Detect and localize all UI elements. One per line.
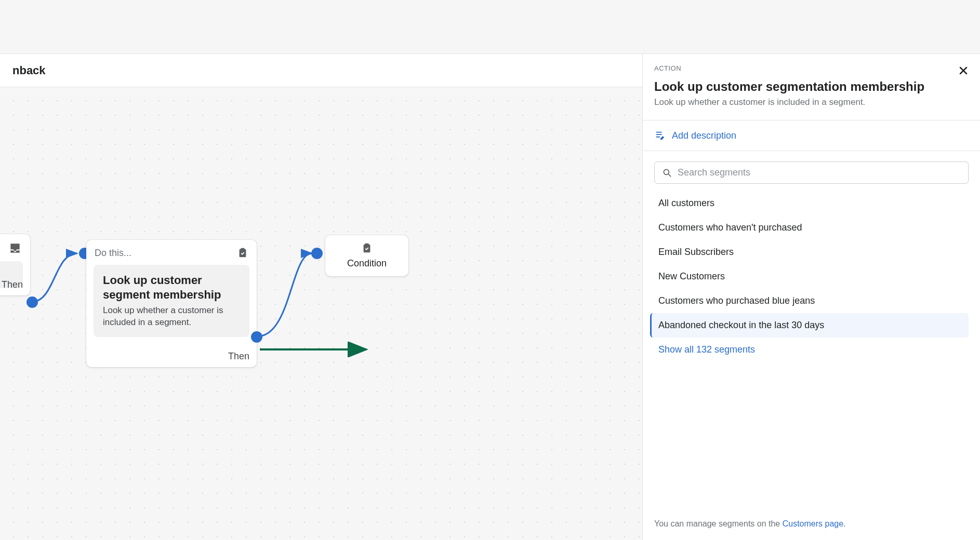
action-then-port[interactable] bbox=[251, 331, 262, 343]
action-config-panel: ACTION Look up customer segmentation mem… bbox=[642, 54, 980, 540]
app-topbar bbox=[0, 0, 980, 54]
add-description-link[interactable]: Add description bbox=[672, 130, 736, 141]
footer-text: You can manage segments on the bbox=[654, 519, 783, 528]
workflow-title: nback bbox=[12, 64, 46, 77]
panel-footer: You can manage segments on the Customers… bbox=[643, 508, 980, 540]
customers-page-link[interactable]: Customers page. bbox=[783, 519, 846, 528]
segment-list: All customers Customers who haven't purc… bbox=[654, 191, 969, 355]
action-node-body: Look up customer segment membership Look… bbox=[94, 265, 249, 337]
panel-header: ACTION Look up customer segmentation mem… bbox=[643, 54, 980, 120]
action-node-label: Do this... bbox=[95, 248, 131, 259]
segment-search-input[interactable] bbox=[678, 167, 961, 178]
clipboard-check-icon bbox=[237, 247, 248, 259]
panel-body: All customers Customers who haven't purc… bbox=[643, 151, 980, 508]
show-all-segments-link[interactable]: Show all 132 segments bbox=[654, 338, 969, 355]
svg-rect-2 bbox=[364, 245, 370, 253]
note-icon bbox=[654, 130, 666, 141]
condition-node[interactable]: Condition bbox=[325, 235, 408, 276]
action-node-title: Look up customer segment membership bbox=[103, 273, 240, 302]
svg-rect-0 bbox=[240, 249, 246, 258]
segment-item-selected[interactable]: Abandoned checkout in the last 30 days bbox=[650, 313, 969, 338]
action-node-desc: Look up whether a customer is included i… bbox=[103, 305, 240, 329]
panel-eyebrow: ACTION bbox=[654, 64, 969, 72]
condition-label: Condition bbox=[347, 258, 387, 269]
svg-point-5 bbox=[664, 169, 669, 174]
segment-search-box[interactable] bbox=[654, 161, 969, 184]
action-node[interactable]: Do this... Look up customer segment memb… bbox=[86, 240, 257, 367]
add-description-row[interactable]: Add description bbox=[643, 120, 980, 151]
segment-item[interactable]: Customers who purchased blue jeans bbox=[654, 289, 969, 313]
trigger-node[interactable]: Then bbox=[0, 234, 30, 295]
clipboard-check-icon bbox=[361, 242, 373, 254]
svg-line-6 bbox=[669, 174, 671, 176]
segment-item[interactable]: All customers bbox=[654, 191, 969, 215]
segment-item[interactable]: New Customers bbox=[654, 264, 969, 289]
panel-title: Look up customer segmentation membership bbox=[654, 79, 969, 94]
trigger-then-label: Then bbox=[2, 279, 23, 290]
panel-subtitle: Look up whether a customer is included i… bbox=[654, 97, 969, 107]
close-panel-button[interactable] bbox=[956, 63, 971, 78]
trigger-then-port[interactable] bbox=[27, 296, 38, 308]
segment-item[interactable]: Email Subscribers bbox=[654, 240, 969, 264]
action-then-label: Then bbox=[228, 351, 249, 362]
segment-item[interactable]: Customers who haven't purchased bbox=[654, 215, 969, 240]
svg-rect-1 bbox=[241, 248, 244, 250]
search-icon bbox=[662, 168, 672, 178]
close-icon bbox=[958, 65, 969, 76]
inbox-icon bbox=[8, 241, 22, 255]
svg-rect-3 bbox=[365, 244, 368, 246]
annotation-arrow bbox=[260, 342, 374, 357]
workflow-canvas[interactable]: Then Do this... Look up customer segment… bbox=[0, 87, 710, 540]
condition-input-port[interactable] bbox=[311, 248, 323, 259]
